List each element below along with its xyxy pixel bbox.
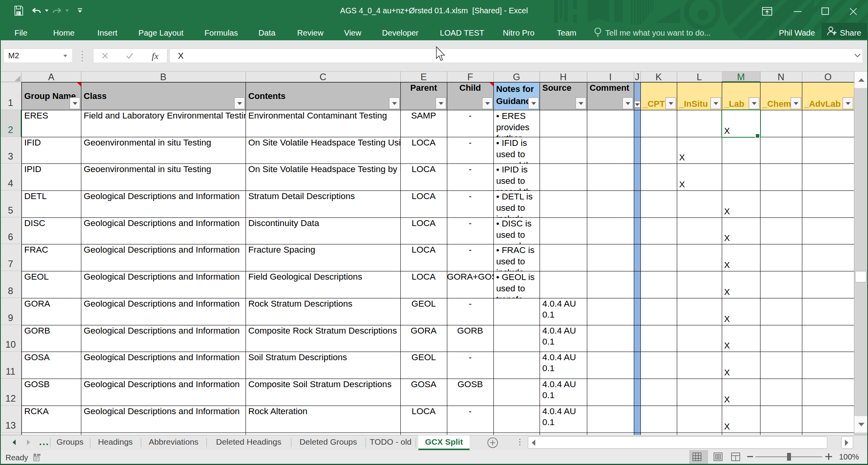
svg-text:fx: fx (152, 51, 159, 61)
